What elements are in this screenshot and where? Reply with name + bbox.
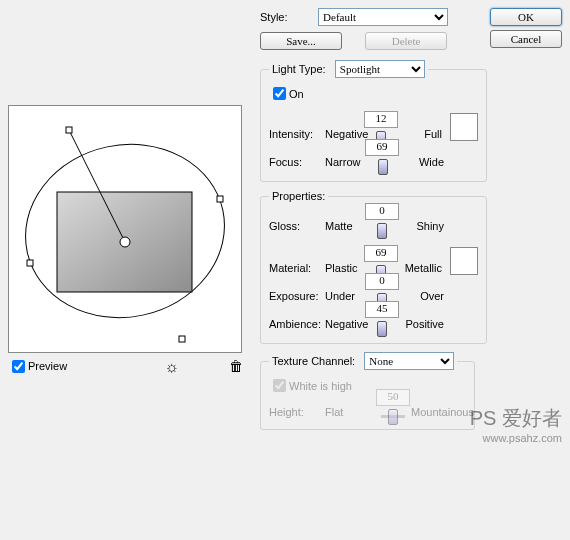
light-color-swatch[interactable] [450,113,478,141]
preview-label: Preview [28,360,67,373]
properties-label: Properties: [269,190,328,203]
height-value: 50 [376,389,410,406]
focus-value[interactable]: 69 [365,139,399,156]
gloss-slider[interactable]: 0 [381,219,383,233]
svg-rect-7 [217,196,223,202]
white-is-high-label: White is high [289,380,352,392]
height-label: Height: [269,406,325,419]
light-type-group: Light Type: Spotlight On Intensity: Nega… [260,60,487,182]
light-type-select[interactable]: Spotlight [335,60,425,78]
height-right: Mountainous [411,406,466,419]
gloss-left: Matte [325,220,375,233]
delete-button: Delete [365,32,447,50]
on-label: On [289,88,304,100]
style-label: Style: [260,11,315,24]
gloss-right: Shiny [389,220,444,233]
intensity-label: Intensity: [269,128,325,141]
exposure-label: Exposure: [269,290,325,303]
gloss-value[interactable]: 0 [365,203,399,220]
material-value[interactable]: 69 [364,245,398,262]
texture-select[interactable]: None [364,352,454,370]
ambience-label: Ambience: [269,318,325,331]
svg-rect-5 [27,260,33,266]
texture-group: Texture Channel: None White is high Heig… [260,352,475,430]
white-is-high-checkbox [273,379,286,392]
material-color-swatch[interactable] [450,247,478,275]
ambience-value[interactable]: 45 [365,301,399,318]
ambience-slider[interactable]: 45 [381,317,383,331]
texture-label: Texture Channel: [272,355,355,367]
height-slider: 50 [381,405,405,419]
svg-rect-6 [179,336,185,342]
focus-label: Focus: [269,156,325,169]
ambience-right: Positive [389,318,444,331]
exposure-value[interactable]: 0 [365,273,399,290]
svg-rect-4 [66,127,72,133]
style-select[interactable]: Default [318,8,448,26]
preview-area[interactable] [8,105,242,353]
lightbulb-icon[interactable]: ☼ [164,357,179,376]
trash-icon[interactable]: 🗑 [229,358,243,375]
height-left: Flat [325,406,375,419]
light-type-label: Light Type: [272,63,326,75]
focus-slider[interactable]: 69 [381,155,383,169]
on-checkbox[interactable] [273,87,286,100]
watermark: PS 爱好者 www.psahz.com [470,405,562,444]
cancel-button[interactable]: Cancel [490,30,562,48]
save-button[interactable]: Save... [260,32,342,50]
focus-right: Wide [389,156,444,169]
focus-left: Narrow [325,156,375,169]
material-label: Material: [269,262,325,275]
ok-button[interactable]: OK [490,8,562,26]
properties-group: Properties: Gloss: Matte 0 Shiny Materia… [260,190,487,344]
svg-point-3 [120,237,130,247]
gloss-label: Gloss: [269,220,325,233]
preview-checkbox[interactable] [12,360,25,373]
ambience-left: Negative [325,318,375,331]
intensity-value[interactable]: 12 [364,111,398,128]
